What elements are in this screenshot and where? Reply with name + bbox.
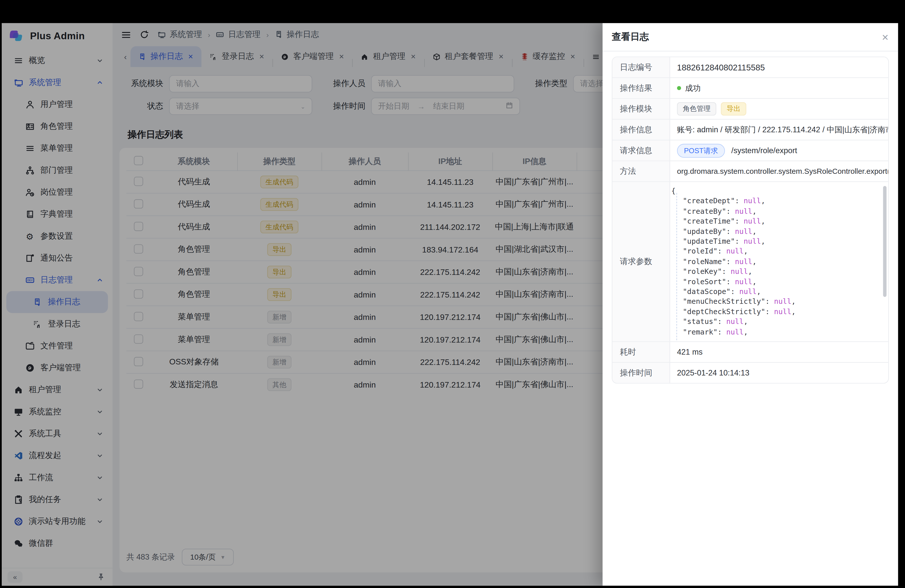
detail-label: 操作信息 xyxy=(612,119,670,140)
indent-guide xyxy=(676,193,677,340)
detail-value: POST请求 /system/role/export xyxy=(670,140,888,161)
app-window: Plus Admin 概览 系统管理 用户管理 角色管理 xyxy=(2,23,898,586)
export-tag: 导出 xyxy=(721,102,746,116)
detail-label: 请求参数 xyxy=(612,182,670,341)
view-log-drawer: 查看日志 ✕ 日志编号 1882612840802115585 操作结果 成功 … xyxy=(603,23,898,586)
json-line: "dataScope": null, xyxy=(671,286,880,297)
json-line: "updateTime": null, xyxy=(671,236,880,246)
detail-row-op-time: 操作时间 2025-01-24 10:14:13 xyxy=(612,363,888,383)
json-line: "roleName": null, xyxy=(671,256,880,266)
screen: Plus Admin 概览 系统管理 用户管理 角色管理 xyxy=(0,0,905,588)
detail-row-module: 操作模块 角色管理 导出 xyxy=(612,99,888,120)
json-line: "deptCheckStrictly": null, xyxy=(671,307,880,317)
detail-label: 日志编号 xyxy=(612,57,670,77)
request-params-json[interactable]: { "createDept": null, "createBy": null, … xyxy=(670,182,888,341)
detail-row-params: 请求参数 { "createDept": null, "createBy": n… xyxy=(612,182,888,342)
json-line: "status": null, xyxy=(671,317,880,327)
detail-label: 操作时间 xyxy=(612,363,670,383)
drawer-title: 查看日志 xyxy=(612,31,649,43)
scrollbar-thumb[interactable] xyxy=(883,186,887,297)
detail-row-request: 请求信息 POST请求 /system/role/export xyxy=(612,140,888,161)
json-line: "menuCheckStrictly": null, xyxy=(671,297,880,307)
detail-row-duration: 耗时 421 ms xyxy=(612,342,888,363)
drawer-body: 日志编号 1882612840802115585 操作结果 成功 操作模块 角色… xyxy=(603,51,898,383)
detail-label: 耗时 xyxy=(612,342,670,362)
detail-value: 2025-01-24 10:14:13 xyxy=(670,363,888,383)
json-line: { xyxy=(671,186,880,196)
close-icon[interactable]: ✕ xyxy=(882,33,889,41)
json-line: "createDept": null, xyxy=(671,196,880,206)
detail-value: 角色管理 导出 xyxy=(670,99,888,119)
detail-value: org.dromara.system.controller.system.Sys… xyxy=(670,161,888,181)
json-line: "updateBy": null, xyxy=(671,226,880,236)
detail-value: 账号: admin / 研发部门 / 222.175.114.242 / 中国|… xyxy=(670,119,888,140)
detail-label: 操作结果 xyxy=(612,78,670,98)
drawer-header: 查看日志 ✕ xyxy=(603,23,898,52)
detail-row-op-info: 操作信息 账号: admin / 研发部门 / 222.175.114.242 … xyxy=(612,119,888,140)
request-url: /system/role/export xyxy=(731,146,797,155)
detail-row-log-id: 日志编号 1882612840802115585 xyxy=(612,57,888,78)
json-line: "createTime": null, xyxy=(671,216,880,226)
detail-label: 请求信息 xyxy=(612,140,670,161)
post-request-tag: POST请求 xyxy=(677,144,725,157)
module-tag: 角色管理 xyxy=(677,102,716,116)
json-line: "roleSort": null, xyxy=(671,277,880,286)
status-text: 成功 xyxy=(685,83,701,93)
detail-value: 成功 xyxy=(670,78,888,98)
log-detail-table: 日志编号 1882612840802115585 操作结果 成功 操作模块 角色… xyxy=(612,57,889,383)
json-line: "remark": null, xyxy=(671,327,880,337)
detail-row-result: 操作结果 成功 xyxy=(612,78,888,99)
json-line: "roleKey": null, xyxy=(671,266,880,277)
json-line: "createBy": null, xyxy=(671,206,880,216)
detail-row-method: 方法 org.dromara.system.controller.system.… xyxy=(612,161,888,182)
detail-label: 操作模块 xyxy=(612,99,670,119)
detail-value: 421 ms xyxy=(670,342,888,362)
detail-label: 方法 xyxy=(612,161,670,181)
detail-value: 1882612840802115585 xyxy=(670,57,888,77)
json-line: "roleId": null, xyxy=(671,246,880,256)
status-dot-success xyxy=(677,86,681,90)
detail-value: { "createDept": null, "createBy": null, … xyxy=(670,182,888,341)
